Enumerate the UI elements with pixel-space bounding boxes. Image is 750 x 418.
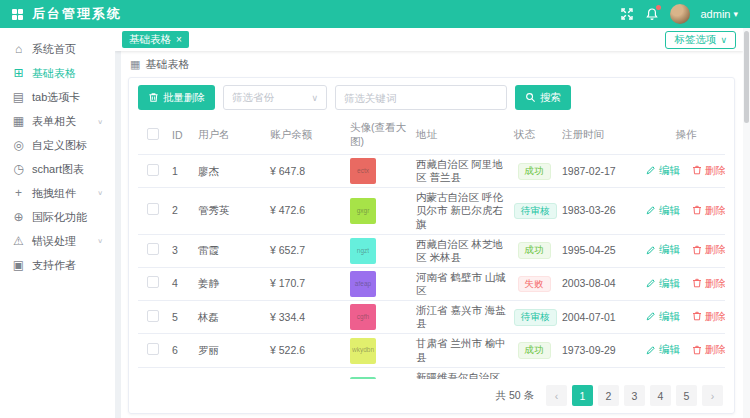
chevron-down-icon: ▾ xyxy=(733,9,738,19)
cell-address: 浙江省 嘉兴市 海盐县 xyxy=(412,301,510,334)
status-badge: 成功 xyxy=(518,342,551,359)
trash-icon xyxy=(692,245,702,255)
page-button-2[interactable]: 2 xyxy=(598,385,619,406)
cell-id: 1 xyxy=(168,155,194,188)
fullscreen-icon[interactable] xyxy=(620,7,634,21)
cell-reg-date: 2003-08-04 xyxy=(558,267,642,300)
close-icon[interactable]: × xyxy=(176,35,182,45)
sidebar-item-label: 拖拽组件 xyxy=(32,186,76,201)
edit-icon xyxy=(646,245,656,255)
cell-balance: ¥ 522.6 xyxy=(266,334,346,367)
sidebar-item-表单相关[interactable]: ▦ 表单相关 ∨ xyxy=(0,109,115,133)
table-row: 1 廖杰 ¥ 647.8 ectx 西藏自治区 阿里地区 普兰县 成功 1987… xyxy=(138,155,725,188)
cell-reg-date: 1995-04-25 xyxy=(558,234,642,267)
scrollbar-thumb[interactable] xyxy=(744,31,749,123)
edit-button[interactable]: 编辑 xyxy=(646,343,680,356)
edit-button[interactable]: 编辑 xyxy=(646,164,680,177)
delete-button[interactable]: 删除 xyxy=(692,343,725,356)
user-menu[interactable]: admin ▾ xyxy=(701,8,739,20)
home-icon: ⌂ xyxy=(12,42,25,56)
row-checkbox[interactable] xyxy=(147,243,159,255)
select-all-checkbox[interactable] xyxy=(147,128,159,140)
col-date: 注册时间 xyxy=(558,117,642,155)
avatar[interactable]: gxgr xyxy=(350,198,376,224)
scrollbar-track[interactable] xyxy=(743,28,750,418)
tab-basic-table[interactable]: 基础表格 × xyxy=(122,31,189,48)
avatar[interactable]: wkydbn xyxy=(350,338,376,364)
form-icon: ▦ xyxy=(12,114,25,128)
page-button-4[interactable]: 4 xyxy=(650,385,671,406)
row-checkbox[interactable] xyxy=(147,164,159,176)
i18n-icon: ⊕ xyxy=(12,210,25,224)
row-checkbox[interactable] xyxy=(147,276,159,288)
row-checkbox[interactable] xyxy=(147,203,159,215)
search-button[interactable]: 搜索 xyxy=(515,85,571,110)
cell-id: 7 xyxy=(168,367,194,379)
sidebar-item-label: 国际化功能 xyxy=(32,210,87,225)
page-button-3[interactable]: 3 xyxy=(624,385,645,406)
col-status: 状态 xyxy=(510,117,558,155)
delete-button[interactable]: 删除 xyxy=(692,243,725,256)
table-row: 5 林磊 ¥ 334.4 cgfh 浙江省 嘉兴市 海盐县 待审核 2004-0… xyxy=(138,301,725,334)
tag-options-button[interactable]: 标签选项 ∨ xyxy=(665,31,736,49)
cell-balance: ¥ 334.4 xyxy=(266,301,346,334)
edit-button[interactable]: 编辑 xyxy=(646,310,680,323)
chevron-down-icon: ∨ xyxy=(97,117,103,124)
sidebar-item-label: 表单相关 xyxy=(32,114,76,129)
sidebar-item-tab选项卡[interactable]: ▤ tab选项卡 xyxy=(0,85,115,109)
delete-button[interactable]: 删除 xyxy=(692,310,725,323)
edit-button[interactable]: 编辑 xyxy=(646,243,680,256)
author-icon: ▣ xyxy=(12,258,25,272)
trash-icon xyxy=(692,311,702,321)
sidebar-item-系统首页[interactable]: ⌂ 系统首页 xyxy=(0,37,115,61)
col-name: 用户名 xyxy=(194,117,266,155)
sidebar-item-基础表格[interactable]: ⊞ 基础表格 xyxy=(0,61,115,85)
delete-button[interactable]: 删除 xyxy=(692,164,725,177)
bell-icon[interactable] xyxy=(645,7,659,21)
page-button-1[interactable]: 1 xyxy=(572,385,593,406)
sidebar-item-错误处理[interactable]: ⚠ 错误处理 ∨ xyxy=(0,229,115,253)
sidebar-item-schart图表[interactable]: ◷ schart图表 xyxy=(0,157,115,181)
cell-id: 3 xyxy=(168,234,194,267)
table-header-row: ID 用户名 账户余额 头像(查看大图) 地址 状态 注册时间 操作 xyxy=(138,117,725,155)
app-logo-grid-icon xyxy=(12,9,23,20)
batch-delete-button[interactable]: 批量删除 xyxy=(138,85,215,110)
keyword-input[interactable] xyxy=(335,85,507,110)
status-badge: 待审核 xyxy=(514,203,557,220)
col-address: 地址 xyxy=(412,117,510,155)
avatar[interactable]: cgfh xyxy=(350,304,376,330)
status-badge: 待审核 xyxy=(514,309,557,326)
row-checkbox[interactable] xyxy=(147,343,159,355)
sidebar-item-label: tab选项卡 xyxy=(32,90,80,105)
avatar[interactable]: ectx xyxy=(350,158,376,184)
sidebar-item-自定义图标[interactable]: ◎ 自定义图标 xyxy=(0,133,115,157)
sidebar-item-label: 错误处理 xyxy=(32,234,76,249)
prev-page-button[interactable]: ‹ xyxy=(546,385,567,406)
avatar[interactable]: afeap xyxy=(350,271,376,297)
cell-id: 2 xyxy=(168,188,194,234)
user-avatar[interactable] xyxy=(670,4,690,24)
cell-id: 6 xyxy=(168,334,194,367)
province-select[interactable]: 筛选省份 ∨ xyxy=(223,85,327,110)
cell-username: 雷霞 xyxy=(194,234,266,267)
avatar[interactable]: ngzt xyxy=(350,238,376,264)
table-icon: ▦ xyxy=(130,58,140,71)
cell-username: 廖杰 xyxy=(194,155,266,188)
sidebar-item-拖拽组件[interactable]: + 拖拽组件 ∨ xyxy=(0,181,115,205)
cell-username: 郑伟 xyxy=(194,367,266,379)
delete-button[interactable]: 删除 xyxy=(692,277,725,290)
edit-button[interactable]: 编辑 xyxy=(646,277,680,290)
content-area: ▦ 基础表格 批量删除 筛选省份 ∨ xyxy=(115,51,743,418)
table-row: 7 郑伟 ¥ 488.6 mshvu 新疆维吾尔自治区 克孜勒苏柯尔克孜自治州 … xyxy=(138,367,725,379)
drag-icon: + xyxy=(12,186,25,200)
next-page-button[interactable]: › xyxy=(702,385,723,406)
row-checkbox[interactable] xyxy=(147,310,159,322)
chevron-down-icon: ∨ xyxy=(311,93,318,103)
sidebar-item-支持作者[interactable]: ▣ 支持作者 xyxy=(0,253,115,277)
page-button-5[interactable]: 5 xyxy=(676,385,697,406)
edit-button[interactable]: 编辑 xyxy=(646,204,680,217)
trash-icon xyxy=(692,165,702,175)
delete-button[interactable]: 删除 xyxy=(692,204,725,217)
sidebar-item-国际化功能[interactable]: ⊕ 国际化功能 xyxy=(0,205,115,229)
table-row: 4 姜静 ¥ 170.7 afeap 河南省 鹤壁市 山城区 失败 2003-0… xyxy=(138,267,725,300)
